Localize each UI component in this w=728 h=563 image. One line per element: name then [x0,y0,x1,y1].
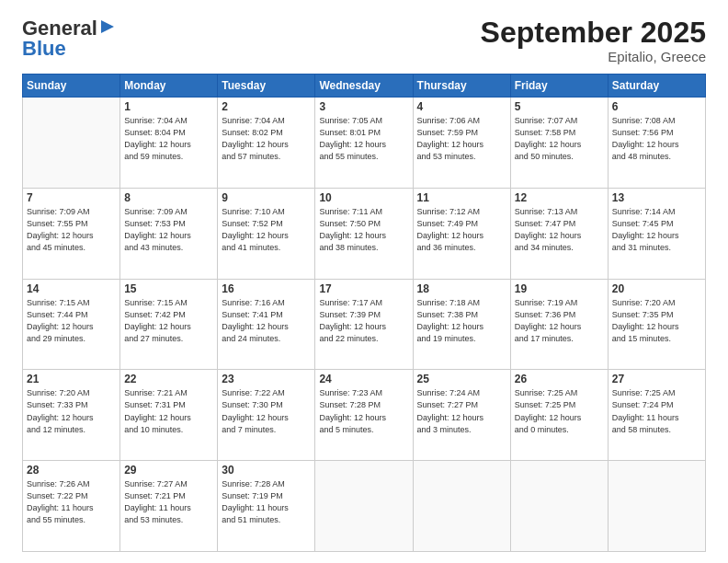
day-number: 27 [612,373,701,385]
day-number: 1 [124,100,213,113]
calendar-week-row: 7Sunrise: 7:09 AM Sunset: 7:55 PM Daylig… [23,188,706,279]
table-row: 9Sunrise: 7:10 AM Sunset: 7:52 PM Daylig… [218,188,315,279]
day-info: Sunrise: 7:25 AM Sunset: 7:24 PM Dayligh… [612,387,701,435]
table-row [315,461,413,552]
day-info: Sunrise: 7:07 AM Sunset: 7:58 PM Dayligh… [515,115,604,163]
day-number: 13 [612,191,701,204]
day-info: Sunrise: 7:16 AM Sunset: 7:41 PM Dayligh… [222,297,311,345]
day-info: Sunrise: 7:08 AM Sunset: 7:56 PM Dayligh… [612,115,701,163]
table-row: 1Sunrise: 7:04 AM Sunset: 8:04 PM Daylig… [120,98,218,189]
col-sunday: Sunday [23,75,120,98]
table-row: 29Sunrise: 7:27 AM Sunset: 7:21 PM Dayli… [120,461,218,552]
table-row: 30Sunrise: 7:28 AM Sunset: 7:19 PM Dayli… [218,461,315,552]
title-area: September 2025 Epitalio, Greece [481,17,706,64]
day-info: Sunrise: 7:27 AM Sunset: 7:21 PM Dayligh… [124,478,213,526]
page: General Blue September 2025 Epitalio, Gr… [0,0,728,563]
table-row [413,461,510,552]
header: General Blue September 2025 Epitalio, Gr… [22,17,706,64]
logo-icon [97,17,118,37]
day-info: Sunrise: 7:10 AM Sunset: 7:52 PM Dayligh… [222,206,311,254]
table-row: 15Sunrise: 7:15 AM Sunset: 7:42 PM Dayli… [120,279,218,370]
logo-blue: Blue [22,37,66,60]
day-info: Sunrise: 7:24 AM Sunset: 7:27 PM Dayligh… [417,387,506,435]
col-monday: Monday [120,75,218,98]
day-number: 10 [319,191,408,204]
day-number: 28 [27,464,116,477]
table-row: 21Sunrise: 7:20 AM Sunset: 7:33 PM Dayli… [23,370,120,461]
col-wednesday: Wednesday [315,75,413,98]
table-row: 26Sunrise: 7:25 AM Sunset: 7:25 PM Dayli… [510,370,608,461]
table-row [510,461,608,552]
table-row: 12Sunrise: 7:13 AM Sunset: 7:47 PM Dayli… [510,188,608,279]
table-row: 10Sunrise: 7:11 AM Sunset: 7:50 PM Dayli… [315,188,413,279]
calendar-subtitle: Epitalio, Greece [481,49,706,64]
table-row: 16Sunrise: 7:16 AM Sunset: 7:41 PM Dayli… [218,279,315,370]
day-info: Sunrise: 7:20 AM Sunset: 7:35 PM Dayligh… [612,297,701,345]
day-number: 15 [124,282,213,295]
calendar-week-row: 14Sunrise: 7:15 AM Sunset: 7:44 PM Dayli… [23,279,706,370]
day-number: 2 [222,100,311,113]
col-thursday: Thursday [413,75,510,98]
day-number: 22 [124,373,213,385]
calendar-week-row: 21Sunrise: 7:20 AM Sunset: 7:33 PM Dayli… [23,370,706,461]
day-number: 25 [417,373,506,385]
day-info: Sunrise: 7:06 AM Sunset: 7:59 PM Dayligh… [417,115,506,163]
day-number: 30 [222,464,311,477]
calendar-week-row: 1Sunrise: 7:04 AM Sunset: 8:04 PM Daylig… [23,98,706,189]
day-info: Sunrise: 7:15 AM Sunset: 7:42 PM Dayligh… [124,297,213,345]
table-row: 17Sunrise: 7:17 AM Sunset: 7:39 PM Dayli… [315,279,413,370]
table-row: 25Sunrise: 7:24 AM Sunset: 7:27 PM Dayli… [413,370,510,461]
day-number: 21 [27,373,116,385]
logo: General Blue [22,17,118,61]
day-number: 12 [515,191,604,204]
calendar-header-row: Sunday Monday Tuesday Wednesday Thursday… [23,75,706,98]
calendar-week-row: 28Sunrise: 7:26 AM Sunset: 7:22 PM Dayli… [23,461,706,552]
svg-marker-0 [101,20,114,33]
day-number: 4 [417,100,506,113]
day-number: 19 [515,282,604,295]
day-info: Sunrise: 7:11 AM Sunset: 7:50 PM Dayligh… [319,206,408,254]
day-number: 6 [612,100,701,113]
table-row: 28Sunrise: 7:26 AM Sunset: 7:22 PM Dayli… [23,461,120,552]
table-row: 2Sunrise: 7:04 AM Sunset: 8:02 PM Daylig… [218,98,315,189]
day-number: 16 [222,282,311,295]
table-row: 20Sunrise: 7:20 AM Sunset: 7:35 PM Dayli… [608,279,705,370]
day-number: 29 [124,464,213,477]
table-row: 19Sunrise: 7:19 AM Sunset: 7:36 PM Dayli… [510,279,608,370]
day-info: Sunrise: 7:26 AM Sunset: 7:22 PM Dayligh… [27,478,116,526]
day-info: Sunrise: 7:04 AM Sunset: 8:02 PM Dayligh… [222,115,311,163]
day-info: Sunrise: 7:09 AM Sunset: 7:55 PM Dayligh… [27,206,116,254]
day-number: 18 [417,282,506,295]
day-info: Sunrise: 7:04 AM Sunset: 8:04 PM Dayligh… [124,115,213,163]
day-number: 20 [612,282,701,295]
table-row: 24Sunrise: 7:23 AM Sunset: 7:28 PM Dayli… [315,370,413,461]
day-info: Sunrise: 7:25 AM Sunset: 7:25 PM Dayligh… [515,387,604,435]
col-tuesday: Tuesday [218,75,315,98]
day-info: Sunrise: 7:15 AM Sunset: 7:44 PM Dayligh… [27,297,116,345]
table-row: 11Sunrise: 7:12 AM Sunset: 7:49 PM Dayli… [413,188,510,279]
day-info: Sunrise: 7:09 AM Sunset: 7:53 PM Dayligh… [124,206,213,254]
day-number: 5 [515,100,604,113]
day-info: Sunrise: 7:22 AM Sunset: 7:30 PM Dayligh… [222,387,311,435]
table-row: 6Sunrise: 7:08 AM Sunset: 7:56 PM Daylig… [608,98,705,189]
table-row: 22Sunrise: 7:21 AM Sunset: 7:31 PM Dayli… [120,370,218,461]
table-row: 3Sunrise: 7:05 AM Sunset: 8:01 PM Daylig… [315,98,413,189]
table-row: 14Sunrise: 7:15 AM Sunset: 7:44 PM Dayli… [23,279,120,370]
col-saturday: Saturday [608,75,705,98]
table-row [608,461,705,552]
day-info: Sunrise: 7:12 AM Sunset: 7:49 PM Dayligh… [417,206,506,254]
table-row: 23Sunrise: 7:22 AM Sunset: 7:30 PM Dayli… [218,370,315,461]
day-info: Sunrise: 7:17 AM Sunset: 7:39 PM Dayligh… [319,297,408,345]
table-row [23,98,120,189]
table-row: 18Sunrise: 7:18 AM Sunset: 7:38 PM Dayli… [413,279,510,370]
day-info: Sunrise: 7:28 AM Sunset: 7:19 PM Dayligh… [222,478,311,526]
day-number: 8 [124,191,213,204]
col-friday: Friday [510,75,608,98]
table-row: 7Sunrise: 7:09 AM Sunset: 7:55 PM Daylig… [23,188,120,279]
day-info: Sunrise: 7:20 AM Sunset: 7:33 PM Dayligh… [27,387,116,435]
day-number: 14 [27,282,116,295]
day-info: Sunrise: 7:05 AM Sunset: 8:01 PM Dayligh… [319,115,408,163]
day-number: 7 [27,191,116,204]
table-row: 27Sunrise: 7:25 AM Sunset: 7:24 PM Dayli… [608,370,705,461]
day-info: Sunrise: 7:13 AM Sunset: 7:47 PM Dayligh… [515,206,604,254]
